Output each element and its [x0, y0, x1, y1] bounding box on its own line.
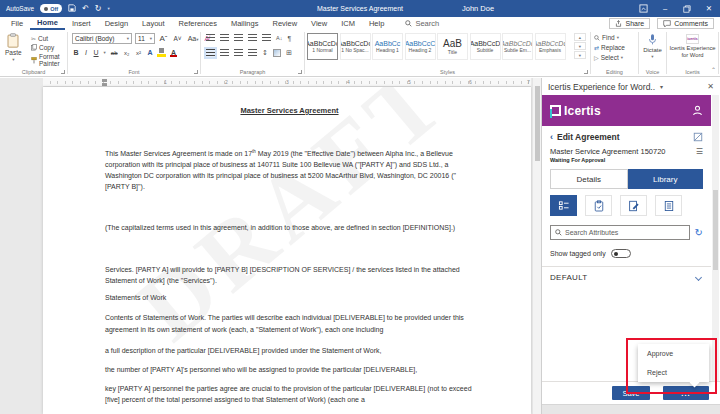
dictate-button[interactable]: Dictate ▾ [641, 33, 664, 59]
format-painter-button[interactable]: Format Painter [31, 53, 65, 67]
save-icon[interactable] [68, 4, 76, 14]
style-heading2[interactable]: AaBbCcCHeading 2 [405, 33, 436, 60]
show-tagged-toggle[interactable] [611, 249, 631, 258]
style-emphasis[interactable]: AaBbCcDdEmphasis [535, 33, 566, 60]
close-icon[interactable]: ✕ [698, 0, 720, 17]
panel-scrollbar-thumb[interactable] [713, 190, 718, 270]
tab-insert[interactable]: Insert [65, 17, 98, 30]
styles-dialog-launcher[interactable] [584, 70, 588, 74]
document-title[interactable]: Master Services Agreement [105, 105, 474, 116]
redo-icon[interactable]: ↻ [95, 5, 102, 13]
tab-mailings[interactable]: Mailings [224, 17, 266, 30]
underline-caret[interactable]: ▾ [104, 50, 106, 55]
paragraph-personnel-number[interactable]: the number of [PARTY A]'s personnel who … [105, 364, 474, 375]
strikethrough-button[interactable]: ab [109, 50, 119, 56]
save-button[interactable]: Save [612, 386, 650, 400]
restore-button[interactable] [676, 0, 698, 17]
select-button[interactable]: ▷ Select▾ [594, 54, 623, 61]
grow-font-button[interactable]: Aˇ [158, 34, 169, 43]
tab-home[interactable]: Home [30, 17, 65, 30]
style-heading1[interactable]: AaBbCcHeading 1 [372, 33, 403, 60]
tab-references[interactable]: References [172, 17, 224, 30]
edit-agreement-back[interactable]: ‹ Edit Agreement [550, 132, 703, 142]
autosave-toggle[interactable]: Off [40, 4, 62, 13]
user-name[interactable]: John Doe [462, 4, 494, 13]
cut-button[interactable]: ✂ Cut [31, 35, 48, 42]
document-scrollbar[interactable] [532, 78, 541, 414]
search-box[interactable]: Search [405, 19, 439, 28]
sign-document-button[interactable] [620, 195, 647, 216]
panel-menu-caret[interactable]: ▾ [660, 83, 663, 90]
clipboard-dialog-launcher[interactable] [61, 70, 65, 74]
comments-button[interactable]: Comments [657, 18, 714, 29]
highlight-color-button[interactable] [157, 48, 166, 57]
justify-icon[interactable] [248, 49, 257, 57]
tab-library[interactable]: Library [628, 169, 704, 189]
tab-review[interactable]: Review [265, 17, 304, 30]
search-attributes-input[interactable] [565, 229, 685, 236]
paste-button[interactable]: Paste ▾ [5, 33, 22, 62]
paragraph-effective-date[interactable]: This Master Services Agreement is made o… [105, 146, 474, 192]
change-case-button[interactable]: Aa▾ [186, 35, 200, 42]
font-name-select[interactable]: Calibri (Body)▾ [72, 33, 132, 44]
style-normal[interactable]: AaBbCcDd1 Normal [307, 33, 338, 60]
align-right-icon[interactable] [234, 49, 243, 57]
bold-button[interactable]: B [72, 49, 80, 56]
paragraph-statements-of-work-heading[interactable]: Statements of Work [105, 292, 474, 303]
default-section-header[interactable]: DEFAULT [550, 273, 703, 282]
attributes-view-button[interactable] [550, 195, 577, 216]
style-subtitle[interactable]: AaBbCcDSubtitle [470, 33, 501, 60]
styles-gallery-more[interactable]: ▾ [574, 51, 586, 59]
paragraph-contents[interactable]: Contents of Statements of Work. The part… [105, 312, 474, 336]
paragraph-services[interactable]: Services. [PARTY A] will provide to [PAR… [105, 264, 474, 286]
style-no-spacing[interactable]: AaBbCcDd1 No Spac... [340, 33, 371, 60]
borders-icon[interactable]: ⊞ [286, 49, 292, 57]
increase-indent-icon[interactable] [262, 34, 271, 42]
refresh-icon[interactable]: ↻ [695, 228, 703, 238]
align-center-icon[interactable] [220, 49, 229, 57]
compare-icon[interactable] [693, 132, 703, 142]
tab-view[interactable]: View [304, 17, 334, 30]
find-button[interactable]: Find▾ [594, 34, 619, 41]
subscript-button[interactable]: x₂ [123, 50, 131, 56]
tab-file[interactable]: File [4, 17, 30, 30]
font-dialog-launcher[interactable] [194, 70, 198, 74]
underline-button[interactable]: U [92, 49, 100, 56]
collapse-ribbon-button[interactable]: ⌃ [711, 66, 716, 73]
reject-menu-item[interactable]: Reject [638, 363, 709, 382]
ribbon-display-options-button[interactable] [632, 0, 654, 17]
paragraph-description[interactable]: a full description of the particular [DE… [105, 345, 474, 356]
sort-icon[interactable]: A↓ [276, 35, 282, 41]
tab-details[interactable]: Details [550, 169, 628, 189]
multilevel-list-icon[interactable] [234, 34, 243, 42]
panel-scrollbar[interactable] [712, 95, 719, 381]
minimize-button[interactable]: – [654, 0, 676, 17]
styles-scroll-down[interactable]: ▾ [574, 42, 586, 50]
document-scrollbar-thumb[interactable] [535, 86, 540, 161]
agreement-menu-icon[interactable]: ☰ [696, 147, 703, 156]
search-attributes-box[interactable] [550, 225, 690, 240]
font-color-button[interactable]: A [170, 49, 177, 56]
tab-icm[interactable]: ICM [334, 17, 362, 30]
icertis-experience-button[interactable]: icertis Icertis Experiencefor Word [669, 34, 716, 58]
paragraph-dialog-launcher[interactable] [298, 70, 302, 74]
share-button[interactable]: Share [609, 18, 650, 29]
copy-button[interactable]: Copy [31, 44, 54, 51]
user-icon[interactable] [692, 105, 703, 116]
pilcrow-icon[interactable]: ¶ [287, 35, 291, 42]
align-left-icon[interactable] [206, 49, 215, 57]
customize-quick-access-caret[interactable]: ▾ [108, 6, 110, 11]
numbered-list-icon[interactable] [220, 34, 229, 42]
approve-menu-item[interactable]: Approve [638, 344, 709, 363]
indent-marker[interactable] [102, 79, 107, 82]
line-spacing-icon[interactable]: ↕ [262, 49, 268, 57]
panel-close-icon[interactable]: ✕ [707, 82, 714, 91]
decrease-indent-icon[interactable] [248, 34, 257, 42]
shading-icon[interactable] [273, 49, 281, 57]
superscript-button[interactable]: x² [134, 50, 142, 56]
style-subtle-emphasis[interactable]: AaBbCcDdSubtle Em... [502, 33, 533, 60]
bullet-list-icon[interactable] [206, 34, 215, 42]
chevron-down-icon[interactable] [695, 274, 702, 281]
undo-icon[interactable]: ↶ [82, 5, 89, 13]
tab-help[interactable]: Help [362, 17, 391, 30]
